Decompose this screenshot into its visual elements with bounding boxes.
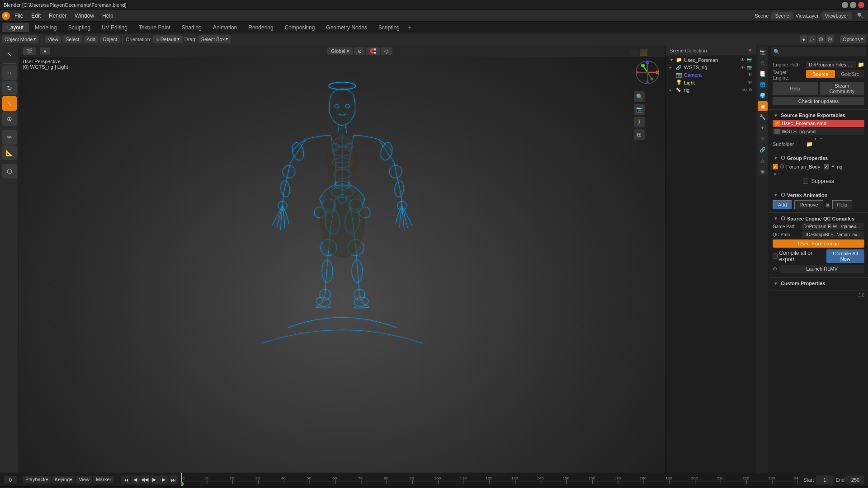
keying-menu[interactable]: Keying▾ [52, 476, 75, 483]
view-menu[interactable]: View [45, 36, 61, 43]
vertex-anim-help-button[interactable]: Help [832, 200, 853, 210]
group-props-collapse[interactable]: ▼ [773, 155, 779, 160]
help-button[interactable]: Help [773, 82, 818, 95]
physics-properties-icon[interactable]: ⚛ [758, 134, 768, 144]
marker-menu[interactable]: Marker [93, 476, 114, 483]
group-props-expand[interactable]: ▸ ··· [773, 171, 864, 176]
scale-tool[interactable]: ⤡ [2, 96, 17, 111]
prev-frame-button[interactable]: ◀ [131, 475, 140, 484]
walk-mode-button[interactable]: 🚶 [634, 117, 645, 127]
rotation-gizmo[interactable] [634, 59, 661, 86]
measure-tool[interactable]: 📐 [2, 145, 17, 160]
tab-geometry-nodes[interactable]: Geometry Nodes [321, 23, 373, 32]
tab-texture-paint[interactable]: Texture Paint [133, 23, 176, 32]
minimize-button[interactable] [842, 2, 848, 8]
play-button[interactable]: ▶ [150, 475, 159, 484]
goldsrc-engine-button[interactable]: GoldSrc [836, 70, 865, 78]
viewport-shading-wireframe[interactable]: ◌ [808, 35, 816, 43]
view-layer-properties-icon[interactable]: 📑 [758, 69, 768, 79]
pivot-selector[interactable]: ⊙ [354, 47, 365, 55]
exportable-item-0[interactable]: ✓ Usec_Foreman.smd [773, 120, 864, 127]
scene-selector[interactable]: Scene [771, 12, 793, 19]
tab-shading[interactable]: Shading [176, 23, 207, 32]
game-path-value[interactable]: D:\Program Files...\game\usermodi [802, 223, 864, 230]
viewport-shading-material[interactable]: ◍ [817, 35, 825, 43]
select-menu[interactable]: Select [63, 36, 82, 43]
exportable-checkbox-1[interactable] [774, 129, 780, 134]
material-properties-icon[interactable]: ◉ [758, 166, 768, 176]
object-properties-icon[interactable]: ▣ [758, 101, 768, 111]
drag-selector[interactable]: Select Box ▾ [198, 35, 231, 43]
timeline-ruler[interactable]: 0 10 20 30 40 50 60 70 80 90 100 110 120 [181, 473, 798, 486]
viewport-shading-render[interactable]: ◎ [826, 35, 834, 43]
compile-all-now-button[interactable]: Compile All Now [826, 249, 864, 263]
menu-help[interactable]: Help [99, 12, 117, 20]
tab-modeling[interactable]: Modeling [29, 23, 62, 32]
launch-hlmv-button[interactable]: Launch HLMV [779, 265, 864, 273]
qc-collapse[interactable]: ▼ [773, 216, 779, 221]
exportables-collapse[interactable]: ▼ [773, 113, 779, 118]
object-mode-selector[interactable]: Object Mode ▾ [2, 35, 39, 43]
viewlayer-selector[interactable]: ViewLayer [821, 12, 852, 19]
render-properties-icon[interactable]: 📷 [758, 47, 768, 57]
engine-path-folder-icon[interactable]: 📁 [858, 61, 864, 68]
rotate-tool[interactable]: ↻ [2, 81, 17, 95]
engine-path-value[interactable]: D:\Program Files...maker\game\birl [806, 61, 856, 68]
qc-path-value[interactable]: ..\Desktop\BLE...\eman_export\.qc [802, 231, 864, 238]
tab-compositing[interactable]: Compositing [279, 23, 321, 32]
scene-item-camera[interactable]: 📷 Camera 👁 [666, 71, 756, 79]
zoom-in-button[interactable]: 🔍 [634, 91, 645, 102]
add-menu[interactable]: Add [84, 36, 99, 43]
group-props-item[interactable]: ✓ ⬡ Foreman_Body ✓ ✦ rig [773, 163, 864, 170]
transform-tool[interactable]: ⊕ [2, 112, 17, 126]
group-props-rig-checkbox[interactable]: ✓ [824, 164, 829, 169]
menu-render[interactable]: Render [45, 12, 70, 20]
options-button[interactable]: Options ▾ [840, 35, 866, 43]
output-properties-icon[interactable]: 🖨 [758, 58, 768, 68]
source-engine-button[interactable]: Source [806, 70, 835, 78]
playback-menu[interactable]: Playback▾ [23, 476, 51, 483]
editor-type-button[interactable]: 🎬 [23, 47, 36, 55]
blender-logo[interactable]: B [2, 12, 10, 20]
jump-start-button[interactable]: ⏮ [121, 475, 130, 484]
menu-edit[interactable]: Edit [28, 12, 44, 20]
custom-props-collapse[interactable]: ▼ [773, 281, 779, 286]
world-properties-icon[interactable]: 🌍 [758, 90, 768, 100]
cursor-tool[interactable]: ↖ [2, 47, 17, 61]
scene-item-wgts-rig[interactable]: ▸ 🔗 WGTS_rig 👁 📷 [666, 64, 756, 71]
check-for-updates-button[interactable]: Check for updates [773, 97, 864, 105]
next-frame-button[interactable]: ▶ [159, 475, 168, 484]
scene-item-light[interactable]: 💡 Light 👁 [666, 79, 756, 86]
props-search-bar[interactable]: 🔍 [771, 47, 866, 56]
add-workspace-button[interactable]: + [406, 23, 414, 32]
compile-all-checkbox[interactable] [773, 253, 778, 259]
vertex-anim-collapse[interactable]: ▼ [773, 192, 779, 197]
tab-rendering[interactable]: Rendering [243, 23, 278, 32]
viewport-shading-button[interactable]: ● [40, 47, 50, 55]
suppress-checkbox[interactable] [803, 178, 808, 184]
camera-view-button[interactable]: 📷 [634, 104, 645, 115]
global-selector[interactable]: Global ▾ [327, 47, 353, 55]
group-props-checkbox[interactable]: ✓ [773, 164, 778, 169]
play-reverse-button[interactable]: ◀◀ [140, 475, 149, 484]
scene-properties-icon[interactable]: 🌐 [758, 80, 768, 89]
search-icon[interactable]: 🔍 [854, 12, 866, 19]
snap-toggle[interactable]: 🧲 [366, 47, 380, 55]
start-frame-input[interactable]: 1 [816, 475, 834, 484]
tab-sculpting[interactable]: Sculpting [63, 23, 96, 32]
end-frame-input[interactable]: 250 [846, 475, 864, 484]
constraints-properties-icon[interactable]: 🔗 [758, 145, 768, 155]
steam-community-button[interactable]: Steam Community [820, 82, 865, 95]
view-menu-tl[interactable]: View [76, 476, 92, 483]
tab-animation[interactable]: Animation [208, 23, 242, 32]
tab-scripting[interactable]: Scripting [373, 23, 405, 32]
annotate-tool[interactable]: ✏ [2, 130, 17, 145]
maximize-button[interactable] [850, 2, 856, 8]
scene-collection-usec-foreman[interactable]: ▼ 📁 Usec_Foreman 👁 📷 [666, 56, 756, 64]
orientation-selector[interactable]: ⊕ Default ▾ [153, 35, 183, 43]
exportable-checkbox-0[interactable]: ✓ [774, 121, 780, 126]
object-menu[interactable]: Object [100, 36, 120, 43]
exportable-item-1[interactable]: WGTS_rig.smd [773, 128, 864, 135]
menu-window[interactable]: Window [71, 12, 98, 20]
viewport[interactable]: 🎬 ● Global ▾ ⊙ 🧲 ◎ User Perspective (0) … [19, 45, 665, 473]
